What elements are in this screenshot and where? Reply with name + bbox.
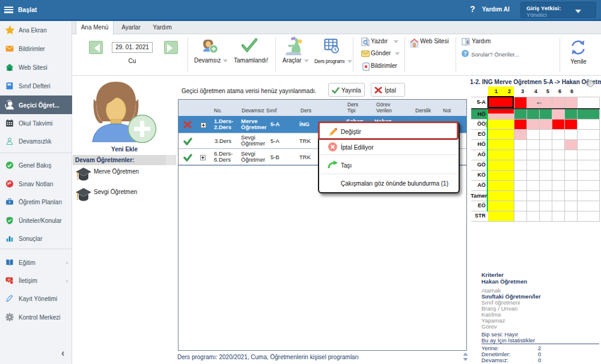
svg-text:?: ? [463, 50, 467, 56]
